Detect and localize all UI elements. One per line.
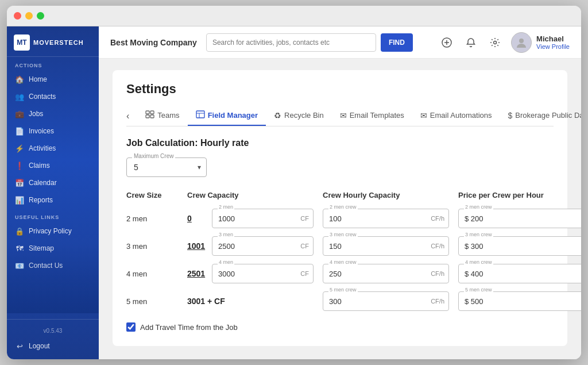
sidebar-item-contacts[interactable]: 👥 Contacts	[7, 88, 99, 105]
tab-brokerage[interactable]: $ Brokerage Public Dashboard	[500, 106, 582, 126]
sidebar-item-privacy[interactable]: 🔒 Privacy Policy	[7, 222, 99, 240]
tab-brokerage-label: Brokerage Public Dashboard	[515, 111, 581, 120]
tab-field-manager[interactable]: Field Manager	[188, 106, 266, 126]
capacity-field-label-4men: 4 men	[218, 259, 234, 265]
recycle-tab-icon: ♻	[274, 111, 281, 120]
sidebar-item-label: Jobs	[29, 110, 43, 118]
travel-time-row: Add Travel Time from the Job	[126, 322, 554, 332]
logout-button[interactable]: ↩ Logout	[7, 337, 99, 355]
price-input-wrap-5men: 5 men crew	[458, 291, 581, 311]
price-input-wrap-3men: 3 men crew	[458, 236, 581, 256]
search-input[interactable]	[206, 33, 376, 52]
price-input-5men[interactable]	[458, 291, 581, 311]
page-title: Settings	[126, 82, 554, 97]
logout-label: Logout	[29, 342, 50, 350]
capacity-input-3men[interactable]	[212, 236, 314, 256]
capacity-field-label-3men: 3 men	[218, 232, 234, 237]
capacity-special-5men: 3001 + CF	[187, 297, 225, 306]
sidebar-item-label: Invoices	[29, 127, 54, 135]
capacity-value-4men: 2501	[187, 269, 207, 278]
tab-email-automations-label: Email Automations	[430, 111, 492, 120]
tab-back-button[interactable]: ‹	[126, 107, 135, 125]
sidebar-item-label: Claims	[29, 162, 50, 170]
hourly-input-5men[interactable]	[323, 291, 449, 311]
logo-box: MT	[14, 34, 30, 51]
hourly-field-label-3men: 3 men crew	[328, 232, 358, 237]
brokerage-tab-icon: $	[508, 111, 513, 120]
crew-size-5men: 5 men	[126, 297, 178, 306]
view-profile-link[interactable]: View Profile	[536, 43, 570, 50]
price-input-4men[interactable]	[458, 264, 581, 283]
hourly-input-4men[interactable]	[323, 264, 449, 283]
max-crew-select[interactable]: 5 1 2 3 4 6 7 8	[126, 157, 207, 177]
tab-email-templates[interactable]: ✉ Email Templates	[332, 106, 412, 126]
sidebar-item-label: Privacy Policy	[29, 227, 72, 235]
privacy-icon: 🔒	[15, 226, 24, 236]
jobs-icon: 💼	[15, 109, 24, 118]
col-price-per-hour: Price per Crew per Hour	[458, 191, 581, 199]
price-cell-5men: 5 men crew	[458, 291, 581, 311]
sidebar-item-activities[interactable]: ⚡ Activities	[7, 140, 99, 157]
bell-icon[interactable]	[463, 34, 479, 51]
price-input-2men[interactable]	[458, 209, 581, 228]
search-area: FIND	[206, 33, 413, 52]
find-button[interactable]: FIND	[381, 33, 413, 52]
price-input-3men[interactable]	[458, 236, 581, 256]
travel-time-checkbox[interactable]	[126, 322, 136, 332]
sidebar-item-claims[interactable]: ❗ Claims	[7, 157, 99, 174]
hourly-input-3men[interactable]	[323, 236, 449, 256]
sidebar-item-calendar[interactable]: 📅 Calendar	[7, 174, 99, 191]
hourly-input-2men[interactable]	[323, 209, 449, 228]
table-row: 3 men 1001 3 men CF	[126, 236, 554, 256]
titlebar	[7, 6, 581, 26]
capacity-input-wrap-3men: 3 men CF	[212, 236, 314, 256]
capacity-cell-3men: 1001 3 men CF	[187, 236, 314, 256]
logo-abbr: MT	[17, 39, 26, 47]
close-button[interactable]	[14, 12, 21, 20]
email-automations-tab-icon: ✉	[420, 111, 427, 120]
activities-icon: ⚡	[15, 144, 24, 153]
tab-teams[interactable]: Teams	[137, 106, 187, 126]
useful-links-label: USEFUL LINKS	[7, 209, 99, 222]
user-name: Michael	[536, 34, 570, 43]
hourly-input-wrap-5men: 5 men crew CF/h	[323, 291, 449, 311]
svg-rect-9	[196, 111, 204, 118]
maximize-button[interactable]	[37, 12, 44, 20]
sidebar-item-sitemap[interactable]: 🗺 Sitemap	[7, 240, 99, 257]
sidebar-item-home[interactable]: 🏠 Home	[7, 71, 99, 88]
teams-tab-icon	[145, 110, 154, 120]
sidebar-item-invoices[interactable]: 📄 Invoices	[7, 122, 99, 140]
hourly-input-wrap-4men: 4 men crew CF/h	[323, 264, 449, 283]
minimize-button[interactable]	[25, 12, 33, 20]
capacity-input-wrap-4men: 4 men CF	[212, 264, 314, 283]
topbar-icons: Michael View Profile	[439, 32, 570, 53]
price-cell-2men: 2 men crew	[458, 209, 581, 228]
crew-table: Crew Size Crew Capacity Crew Hourly Capa…	[126, 191, 554, 311]
traffic-lights	[14, 12, 44, 20]
topbar: Best Moving Company FIND	[99, 26, 581, 59]
reports-icon: 📊	[15, 195, 24, 205]
capacity-input-2men[interactable]	[212, 209, 314, 228]
sidebar-bottom: v0.5.43 ↩ Logout	[7, 319, 99, 359]
sidebar-item-reports[interactable]: 📊 Reports	[7, 191, 99, 209]
tab-email-automations[interactable]: ✉ Email Automations	[412, 106, 500, 126]
gear-icon[interactable]	[487, 34, 503, 51]
email-templates-tab-icon: ✉	[340, 111, 347, 120]
sidebar-item-contact[interactable]: 📧 Contact Us	[7, 257, 99, 274]
col-crew-size: Crew Size	[126, 191, 178, 199]
max-crew-floating-label: Maximum Crew	[132, 153, 175, 159]
user-area[interactable]: Michael View Profile	[511, 32, 570, 53]
crew-size-3men: 3 men	[126, 242, 178, 251]
max-crew-dropdown-outer: Maximum Crew 5 1 2 3 4 6 7 8	[126, 157, 207, 177]
tab-recycle-bin-label: Recycle Bin	[284, 111, 324, 120]
sitemap-icon: 🗺	[15, 244, 24, 253]
svg-rect-7	[146, 115, 149, 118]
add-icon[interactable]	[439, 34, 455, 51]
price-input-wrap-4men: 4 men crew	[458, 264, 581, 283]
sidebar-item-label: Reports	[29, 196, 53, 204]
capacity-input-4men[interactable]	[212, 264, 314, 283]
price-cell-4men: 4 men crew	[458, 264, 581, 283]
tab-recycle-bin[interactable]: ♻ Recycle Bin	[266, 106, 332, 126]
svg-point-3	[494, 41, 497, 44]
sidebar-item-jobs[interactable]: 💼 Jobs	[7, 105, 99, 122]
